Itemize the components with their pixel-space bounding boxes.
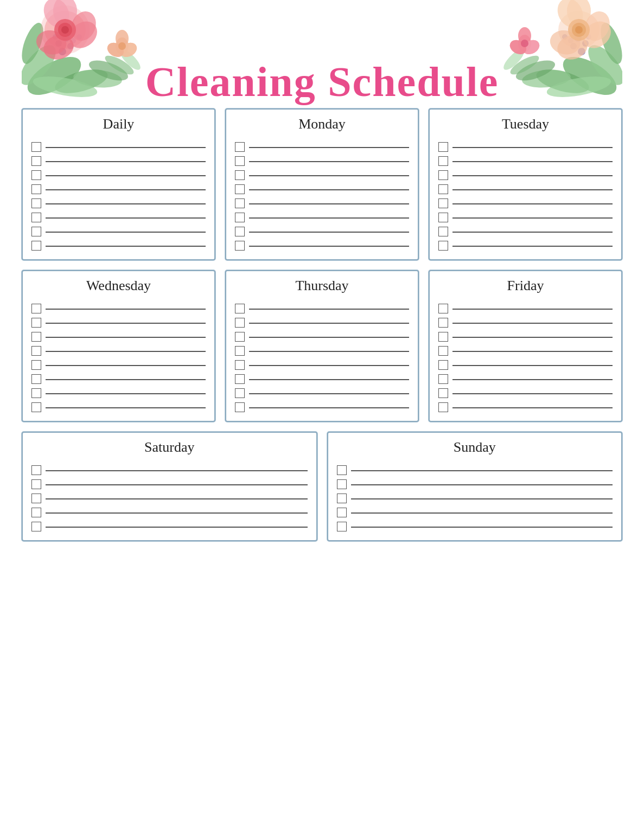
day-card-tuesday: Tuesday (429, 108, 622, 260)
checkbox[interactable] (235, 213, 245, 222)
checkbox[interactable] (337, 465, 347, 475)
checkbox[interactable] (235, 318, 245, 328)
check-line (249, 161, 409, 162)
checkbox[interactable] (31, 479, 41, 489)
checkbox[interactable] (31, 184, 41, 194)
checkbox[interactable] (31, 494, 41, 503)
check-line (46, 379, 206, 380)
checkbox[interactable] (235, 374, 245, 384)
checkbox[interactable] (438, 402, 448, 412)
check-row (235, 402, 409, 412)
check-row (31, 374, 206, 384)
check-line (452, 217, 613, 219)
checkbox[interactable] (438, 346, 448, 356)
checkbox[interactable] (31, 402, 41, 412)
check-line (452, 232, 613, 233)
checkbox[interactable] (235, 184, 245, 194)
check-line (249, 147, 409, 148)
checkbox[interactable] (31, 465, 41, 475)
checkbox[interactable] (438, 304, 448, 313)
day-card-monday: Monday (225, 108, 419, 260)
checkbox[interactable] (337, 479, 347, 489)
checkbox[interactable] (235, 388, 245, 398)
check-line (452, 351, 613, 352)
checkbox[interactable] (438, 142, 448, 152)
check-row (235, 304, 409, 313)
checkbox[interactable] (235, 332, 245, 342)
checkbox[interactable] (31, 346, 41, 356)
checkbox[interactable] (337, 522, 347, 531)
check-row (438, 213, 613, 222)
row1-grid: DailyMondayTuesday (22, 108, 622, 260)
check-line (46, 309, 206, 310)
check-line (249, 393, 409, 394)
checkbox[interactable] (31, 374, 41, 384)
check-row (438, 360, 613, 370)
checkbox[interactable] (337, 494, 347, 503)
checkbox[interactable] (235, 241, 245, 251)
check-line (249, 246, 409, 247)
checkbox[interactable] (31, 360, 41, 370)
checkbox[interactable] (31, 304, 41, 313)
check-row (438, 332, 613, 342)
checkbox[interactable] (438, 388, 448, 398)
check-line (249, 407, 409, 408)
checkbox[interactable] (31, 388, 41, 398)
checkbox[interactable] (31, 142, 41, 152)
checkbox[interactable] (438, 156, 448, 166)
check-row (337, 479, 613, 489)
check-line (46, 498, 308, 499)
checkbox[interactable] (31, 213, 41, 222)
checkbox[interactable] (438, 184, 448, 194)
checkbox[interactable] (235, 346, 245, 356)
check-line (452, 147, 613, 148)
checkbox[interactable] (438, 170, 448, 180)
check-line (46, 365, 206, 366)
checkbox[interactable] (438, 374, 448, 384)
day-title-wednesday: Wednesday (31, 278, 206, 296)
checkbox[interactable] (31, 156, 41, 166)
checkbox[interactable] (235, 304, 245, 313)
checkbox[interactable] (31, 508, 41, 517)
checkbox[interactable] (31, 522, 41, 531)
checkbox[interactable] (31, 241, 41, 251)
check-row (438, 156, 613, 166)
checkbox[interactable] (235, 198, 245, 208)
checkbox[interactable] (31, 198, 41, 208)
checkbox[interactable] (438, 198, 448, 208)
checkbox[interactable] (438, 332, 448, 342)
checkbox[interactable] (31, 332, 41, 342)
checkbox[interactable] (337, 508, 347, 517)
page: Cleaning Schedule DailyMondayTuesday Wed… (0, 0, 644, 833)
checkbox[interactable] (438, 360, 448, 370)
day-card-sunday: Sunday (327, 432, 623, 541)
check-line (46, 323, 206, 324)
checkbox[interactable] (438, 213, 448, 222)
checkbox[interactable] (31, 318, 41, 328)
check-row (31, 479, 308, 489)
checkbox[interactable] (438, 241, 448, 251)
checkbox[interactable] (235, 170, 245, 180)
day-title-daily: Daily (31, 116, 206, 134)
checkbox[interactable] (438, 318, 448, 328)
checkbox[interactable] (235, 402, 245, 412)
check-line (351, 484, 613, 485)
checkbox[interactable] (235, 227, 245, 236)
checkbox[interactable] (438, 227, 448, 236)
checkbox[interactable] (31, 227, 41, 236)
check-row (31, 332, 206, 342)
checkbox[interactable] (235, 360, 245, 370)
check-row (31, 304, 206, 313)
check-row (235, 318, 409, 328)
check-line (452, 175, 613, 176)
day-title-saturday: Saturday (31, 439, 308, 458)
check-row (31, 465, 308, 475)
checkbox[interactable] (235, 142, 245, 152)
checkbox[interactable] (31, 170, 41, 180)
checkbox[interactable] (235, 156, 245, 166)
check-row (438, 241, 613, 251)
check-row (235, 213, 409, 222)
svg-point-33 (118, 42, 126, 50)
check-line (249, 175, 409, 176)
check-row (31, 494, 308, 503)
